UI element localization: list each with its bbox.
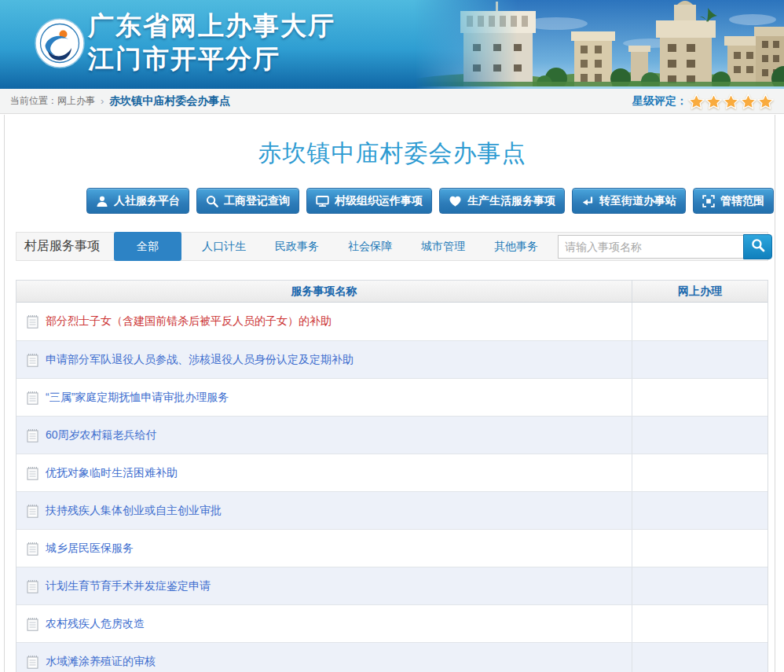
quick-link-label: 生产生活服务事项 bbox=[467, 194, 555, 208]
star-icon[interactable] bbox=[740, 94, 757, 109]
tab-other-affairs[interactable]: 其他事务 bbox=[494, 240, 538, 254]
service-name-cell: 优抚对象临时生活困难补助 bbox=[16, 454, 632, 491]
person-icon bbox=[96, 195, 108, 207]
table-row: 计划生育节育手术并发症鉴定申请 bbox=[16, 567, 768, 604]
online-processing-cell bbox=[632, 379, 768, 416]
jurisdiction-scope-button[interactable]: 管辖范围 bbox=[693, 188, 774, 214]
document-icon bbox=[27, 655, 38, 669]
document-icon bbox=[27, 314, 38, 329]
tab-social-security[interactable]: 社会保障 bbox=[348, 240, 392, 254]
online-processing-cell bbox=[632, 417, 768, 454]
search-input[interactable] bbox=[558, 235, 744, 259]
quick-link-label: 转至街道办事站 bbox=[599, 194, 676, 208]
service-item-link[interactable]: 60周岁农村籍老兵给付 bbox=[46, 428, 157, 442]
service-name-cell: 部分烈士子女（含建国前错杀后被平反人员的子女）的补助 bbox=[16, 303, 632, 340]
service-name-cell: 60周岁农村籍老兵给付 bbox=[16, 417, 632, 454]
tab-population-family-planning[interactable]: 人口计生 bbox=[202, 240, 246, 254]
online-processing-cell bbox=[632, 492, 768, 529]
search-icon bbox=[206, 195, 218, 207]
star-icon[interactable] bbox=[757, 94, 774, 109]
table-row: 农村残疾人危房改造 bbox=[16, 604, 768, 642]
star-icon[interactable] bbox=[705, 94, 722, 109]
service-item-link[interactable]: “三属”家庭定期抚恤申请审批办理服务 bbox=[46, 391, 229, 405]
rating-label: 星级评定： bbox=[632, 94, 687, 108]
diaolou-towers-photo bbox=[415, 0, 784, 89]
service-item-link[interactable]: 扶持残疾人集体创业或自主创业审批 bbox=[46, 504, 222, 518]
service-name-cell: “三属”家庭定期抚恤申请审批办理服务 bbox=[16, 379, 632, 416]
breadcrumb-separator: › bbox=[101, 95, 104, 107]
services-table: 服务事项名称 网上办理 部分烈士子女（含建国前错杀后被平反人员的子女）的补助 申… bbox=[16, 280, 768, 672]
column-header-service-name: 服务事项名称 bbox=[16, 281, 632, 302]
service-item-link[interactable]: 水域滩涂养殖证的审核 bbox=[46, 655, 156, 669]
star-rating: 星级评定： bbox=[632, 94, 774, 109]
table-row: 水域滩涂养殖证的审核 bbox=[16, 642, 768, 672]
table-row: 扶持残疾人集体创业或自主创业审批 bbox=[16, 491, 768, 529]
village-organization-operations-button[interactable]: 村级组织运作事项 bbox=[306, 188, 432, 214]
table-row: 城乡居民医保服务 bbox=[16, 529, 768, 567]
document-icon bbox=[27, 542, 38, 556]
site-title-line1: 广东省网上办事大厅 bbox=[88, 9, 335, 42]
service-name-cell: 农村残疾人危房改造 bbox=[16, 605, 632, 642]
filter-bar-title: 村居服务事项 bbox=[24, 238, 100, 255]
tab-civil-affairs[interactable]: 民政事务 bbox=[275, 240, 319, 254]
site-title-line2: 江门市开平分厅 bbox=[88, 42, 335, 75]
monitor-icon bbox=[316, 195, 329, 207]
expand-icon bbox=[702, 195, 715, 207]
document-icon bbox=[27, 579, 38, 593]
search-box bbox=[558, 234, 772, 259]
service-item-link[interactable]: 农村残疾人危房改造 bbox=[46, 617, 145, 631]
service-item-link[interactable]: 部分烈士子女（含建国前错杀后被平反人员的子女）的补助 bbox=[46, 314, 332, 329]
table-row: 60周岁农村籍老兵给付 bbox=[16, 416, 768, 454]
quick-links-row: 人社服务平台 工商登记查询 村级组织运作事项 生产生活服务事项 转至街道办事站 … bbox=[0, 188, 784, 214]
search-icon bbox=[751, 238, 765, 255]
document-icon bbox=[27, 353, 38, 367]
online-processing-cell bbox=[632, 567, 768, 604]
service-name-cell: 城乡居民医保服务 bbox=[16, 530, 632, 567]
table-row: 部分烈士子女（含建国前错杀后被平反人员的子女）的补助 bbox=[16, 303, 768, 340]
page-right-border bbox=[775, 115, 775, 672]
site-logo-icon bbox=[35, 18, 85, 68]
quick-link-label: 村级组织运作事项 bbox=[335, 194, 423, 208]
return-arrow-icon bbox=[581, 195, 594, 207]
online-processing-cell bbox=[632, 605, 768, 642]
table-row: 优抚对象临时生活困难补助 bbox=[16, 454, 768, 491]
service-item-link[interactable]: 优抚对象临时生活困难补助 bbox=[46, 466, 178, 480]
star-icon[interactable] bbox=[688, 94, 705, 109]
document-icon bbox=[27, 504, 38, 518]
breadcrumb-current: 赤坎镇中庙村委会办事点 bbox=[109, 94, 230, 108]
document-icon bbox=[27, 466, 38, 480]
service-item-link[interactable]: 城乡居民医保服务 bbox=[46, 542, 134, 556]
document-icon bbox=[27, 428, 38, 442]
quick-link-label: 工商登记查询 bbox=[224, 194, 290, 208]
page-left-border bbox=[4, 115, 5, 672]
document-icon bbox=[27, 617, 38, 631]
heart-icon bbox=[449, 195, 462, 207]
online-processing-cell bbox=[632, 643, 768, 672]
service-filter-bar: 村居服务事项 全部 人口计生 民政事务 社会保障 城市管理 其他事务 bbox=[16, 232, 768, 261]
search-button[interactable] bbox=[743, 234, 772, 259]
tab-all[interactable]: 全部 bbox=[114, 232, 181, 261]
service-item-link[interactable]: 计划生育节育手术并发症鉴定申请 bbox=[46, 579, 211, 593]
breadcrumb-bar: 当前位置： 网上办事 › 赤坎镇中庙村委会办事点 星级评定： bbox=[0, 89, 784, 114]
table-row: 申请部分军队退役人员参战、涉核退役人员身份认定及定期补助 bbox=[16, 340, 768, 378]
social-services-platform-button[interactable]: 人社服务平台 bbox=[86, 188, 189, 214]
production-life-services-button[interactable]: 生产生活服务事项 bbox=[439, 188, 565, 214]
online-processing-cell bbox=[632, 454, 768, 491]
column-header-online-processing: 网上办理 bbox=[632, 281, 768, 302]
service-name-cell: 扶持残疾人集体创业或自主创业审批 bbox=[16, 492, 632, 529]
service-name-cell: 申请部分军队退役人员参战、涉核退役人员身份认定及定期补助 bbox=[16, 341, 632, 378]
quick-link-label: 管辖范围 bbox=[720, 194, 764, 208]
breadcrumb-parent-link[interactable]: 网上办事 bbox=[57, 94, 95, 108]
quick-link-label: 人社服务平台 bbox=[114, 194, 180, 208]
online-processing-cell bbox=[632, 530, 768, 567]
table-header-row: 服务事项名称 网上办理 bbox=[16, 281, 768, 303]
service-name-cell: 计划生育节育手术并发症鉴定申请 bbox=[16, 567, 632, 604]
business-registration-query-button[interactable]: 工商登记查询 bbox=[196, 188, 299, 214]
tab-city-management[interactable]: 城市管理 bbox=[421, 240, 465, 254]
site-title: 广东省网上办事大厅 江门市开平分厅 bbox=[88, 9, 335, 75]
page-title: 赤坎镇中庙村委会办事点 bbox=[0, 137, 784, 170]
site-header: 广东省网上办事大厅 江门市开平分厅 bbox=[0, 0, 784, 89]
go-to-street-office-button[interactable]: 转至街道办事站 bbox=[572, 188, 686, 214]
star-icon[interactable] bbox=[723, 94, 739, 109]
service-item-link[interactable]: 申请部分军队退役人员参战、涉核退役人员身份认定及定期补助 bbox=[46, 353, 354, 367]
